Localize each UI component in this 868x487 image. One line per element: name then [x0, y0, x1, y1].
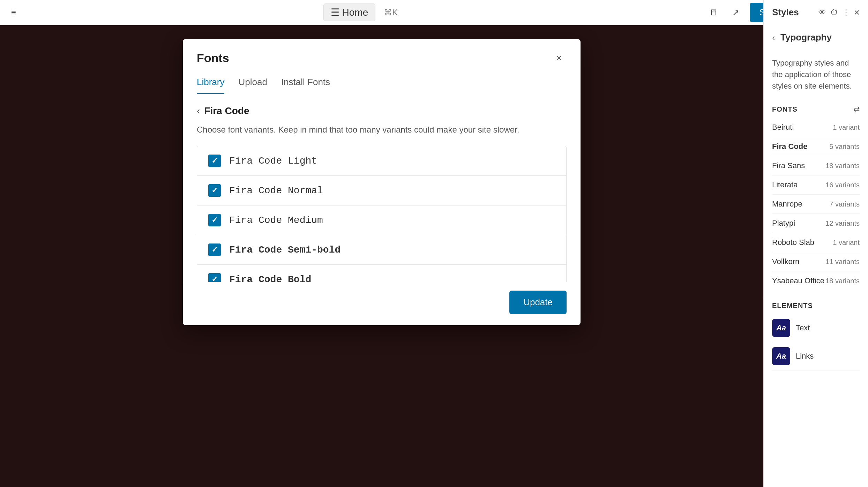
modal-title: Fonts [197, 51, 229, 65]
sidebar-sub-title: Typography [780, 32, 832, 43]
modal-description: Choose font variants. Keep in mind that … [197, 125, 567, 135]
font-list-item[interactable]: Literata 16 variants [772, 175, 860, 195]
element-item[interactable]: Aa Links [772, 342, 860, 370]
variant-item: ✓ Fira Code Bold [197, 265, 566, 282]
element-icon: Aa [772, 347, 790, 365]
font-list-item[interactable]: Manrope 7 variants [772, 195, 860, 214]
document-icon: ☰ [331, 7, 339, 18]
font-variants: 1 variant [833, 123, 860, 132]
variant-name: Fira Code Light [229, 156, 317, 166]
variant-checkbox[interactable]: ✓ [208, 184, 221, 197]
top-bar: ≡ ☰ Home ⌘K 🖥 ↗ Save ⊞ ⋮ [0, 0, 868, 25]
font-name: Vollkorn [772, 257, 799, 266]
variant-checkbox[interactable]: ✓ [208, 214, 221, 226]
fonts-section-title: FONTS [772, 105, 798, 113]
history-icon[interactable]: ⏱ [830, 8, 838, 17]
modal-tab[interactable]: Library [197, 71, 224, 94]
sidebar-description: Typography styles and the application of… [764, 50, 868, 99]
modal-overlay: Fonts × LibraryUploadInstall Fonts ‹ Fir… [0, 25, 763, 487]
font-variants: 18 variants [825, 162, 860, 170]
sidebar-icons: 👁 ⏱ ⋮ × [818, 7, 860, 18]
element-name: Links [796, 352, 814, 361]
modal-body: ‹ Fira Code Choose font variants. Keep i… [183, 94, 581, 282]
elements-section-title: ELEMENTS [772, 302, 813, 310]
keyboard-shortcut: ⌘K [384, 8, 398, 17]
breadcrumb: ‹ Fira Code [197, 105, 567, 117]
variant-item: ✓ Fira Code Light [197, 146, 566, 176]
element-icon: Aa [772, 319, 790, 337]
font-name: Platypi [772, 219, 795, 228]
modal-header: Fonts × [183, 39, 581, 66]
font-variants: 12 variants [825, 219, 860, 227]
font-variants: 7 variants [829, 200, 860, 208]
fonts-modal: Fonts × LibraryUploadInstall Fonts ‹ Fir… [183, 39, 581, 325]
font-name: Beiruti [772, 123, 794, 132]
font-variants: 11 variants [825, 258, 860, 266]
modal-footer: Update [183, 282, 581, 325]
modal-tab[interactable]: Install Fonts [281, 71, 330, 94]
more-icon[interactable]: ⋮ [842, 8, 850, 17]
variant-checkbox[interactable]: ✓ [208, 244, 221, 256]
font-variants: 18 variants [825, 277, 860, 285]
element-list: Aa Text Aa Links [772, 314, 860, 370]
elements-section-header: ELEMENTS [772, 302, 860, 310]
fonts-section-header: FONTS ⇄ [772, 105, 860, 114]
variant-checkbox[interactable]: ✓ [208, 155, 221, 167]
element-name: Text [796, 323, 810, 332]
fonts-settings-icon[interactable]: ⇄ [853, 105, 860, 114]
sidebar-sub-header: ‹ Typography [764, 25, 868, 50]
font-name: Manrope [772, 200, 802, 209]
checkmark-icon: ✓ [211, 245, 218, 254]
checkmark-icon: ✓ [211, 216, 218, 225]
font-variants: 5 variants [829, 143, 860, 151]
monitor-button[interactable]: 🖥 [705, 4, 722, 21]
font-name: Roboto Slab [772, 238, 814, 247]
font-list-item[interactable]: Fira Code 5 variants [772, 137, 860, 156]
variant-name: Fira Code Bold [229, 274, 311, 282]
hamburger-icon[interactable]: ≡ [11, 8, 16, 17]
font-name: Ysabeau Office [772, 276, 824, 285]
font-list: Beiruti 1 variant Fira Code 5 variants F… [772, 118, 860, 290]
top-bar-left: ≡ [11, 8, 16, 17]
top-bar-center: ☰ Home ⌘K [16, 3, 705, 21]
breadcrumb-back-arrow[interactable]: ‹ [197, 105, 200, 117]
breadcrumb-label: Fira Code [204, 105, 249, 117]
font-list-item[interactable]: Platypi 12 variants [772, 214, 860, 233]
right-sidebar: Styles 👁 ⏱ ⋮ × ‹ Typography Typography s… [763, 0, 868, 487]
update-button[interactable]: Update [509, 291, 567, 314]
font-name: Literata [772, 180, 798, 189]
checkmark-icon: ✓ [211, 275, 218, 282]
font-list-item[interactable]: Fira Sans 18 variants [772, 156, 860, 175]
variant-name: Fira Code Semi-bold [229, 245, 341, 255]
sidebar-back-arrow[interactable]: ‹ [772, 33, 775, 43]
sidebar-close-button[interactable]: × [854, 7, 860, 18]
font-list-item[interactable]: Beiruti 1 variant [772, 118, 860, 137]
font-variants: 16 variants [825, 181, 860, 189]
variant-name: Fira Code Normal [229, 185, 323, 196]
sidebar-title: Styles [772, 7, 799, 18]
home-button[interactable]: ☰ Home [323, 3, 376, 21]
modal-close-button[interactable]: × [551, 50, 567, 66]
checkmark-icon: ✓ [211, 156, 218, 165]
variant-item: ✓ Fira Code Normal [197, 176, 566, 205]
variant-name: Fira Code Medium [229, 215, 323, 226]
external-link-button[interactable]: ↗ [727, 4, 744, 21]
font-name: Fira Sans [772, 161, 805, 170]
font-list-item[interactable]: Roboto Slab 1 variant [772, 233, 860, 252]
variant-item: ✓ Fira Code Semi-bold [197, 235, 566, 265]
element-item[interactable]: Aa Text [772, 314, 860, 342]
font-variants: 1 variant [833, 239, 860, 247]
font-list-item[interactable]: Vollkorn 11 variants [772, 252, 860, 271]
home-label: Home [342, 7, 368, 18]
variant-list: ✓ Fira Code Light ✓ Fira Code Normal ✓ F… [197, 146, 567, 282]
variant-checkbox[interactable]: ✓ [208, 273, 221, 282]
font-name: Fira Code [772, 142, 807, 151]
elements-section: ELEMENTS Aa Text Aa Links [764, 296, 868, 376]
variant-item: ✓ Fira Code Medium [197, 205, 566, 235]
sidebar-header: Styles 👁 ⏱ ⋮ × [764, 0, 868, 25]
checkmark-icon: ✓ [211, 186, 218, 195]
eye-icon[interactable]: 👁 [818, 8, 826, 17]
modal-tab[interactable]: Upload [238, 71, 267, 94]
modal-tabs: LibraryUploadInstall Fonts [183, 71, 581, 94]
font-list-item[interactable]: Ysabeau Office 18 variants [772, 271, 860, 290]
